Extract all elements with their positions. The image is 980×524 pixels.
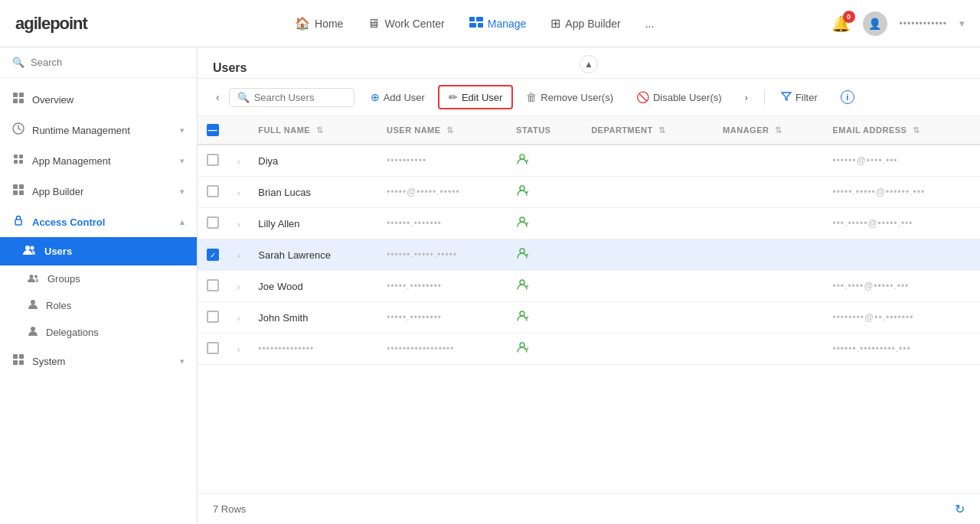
search-input[interactable] bbox=[31, 57, 185, 68]
notification-badge: 0 bbox=[843, 11, 855, 23]
top-navigation: agilepoint 🏠 Home 🖥 Work Center Manage ⊞ bbox=[0, 0, 980, 47]
row-expand-arrow[interactable]: › bbox=[237, 314, 240, 323]
system-icon bbox=[12, 353, 24, 369]
filter-button[interactable]: Filter bbox=[771, 86, 828, 109]
delegations-icon bbox=[28, 326, 38, 339]
username-sort-icon: ⇅ bbox=[446, 125, 454, 135]
nav-home[interactable]: 🏠 Home bbox=[284, 10, 354, 37]
header-checkbox[interactable]: — bbox=[207, 124, 219, 136]
disable-user-button[interactable]: 🚫 Disable User(s) bbox=[626, 86, 732, 109]
row-expand-arrow[interactable]: › bbox=[237, 346, 240, 354]
header-username[interactable]: User Name ⇅ bbox=[377, 116, 507, 145]
sidebar-item-access-control[interactable]: Access Control ▴ bbox=[0, 207, 197, 237]
table-row: ›Brian Lucas•••••@•••••.••••••••••.•••••… bbox=[198, 177, 980, 208]
roles-icon bbox=[28, 299, 38, 312]
row-checkbox[interactable]: ✓ bbox=[207, 249, 219, 261]
header-email[interactable]: Email Address ⇅ bbox=[823, 116, 980, 145]
row-department bbox=[582, 145, 714, 177]
groups-label: Groups bbox=[47, 273, 80, 285]
sidebar-item-groups[interactable]: Groups bbox=[0, 265, 197, 292]
row-checkbox[interactable] bbox=[207, 154, 219, 166]
notifications-button[interactable]: 🔔 0 bbox=[831, 15, 851, 33]
svg-rect-24 bbox=[13, 354, 18, 359]
appbuilder-expand-icon: ▾ bbox=[180, 187, 185, 197]
row-username: ••••••••••••••••• bbox=[377, 334, 507, 365]
sidebar-item-appmanagement[interactable]: App Management ▾ bbox=[0, 145, 197, 176]
back-button[interactable]: ‹ bbox=[210, 86, 226, 108]
row-expand-arrow[interactable]: › bbox=[237, 283, 240, 291]
remove-user-button[interactable]: 🗑 Remove User(s) bbox=[516, 86, 623, 109]
row-status bbox=[507, 145, 582, 177]
table-row: ›Joe Wood•••••.•••••••••••.••••@•••••.••… bbox=[198, 271, 980, 302]
svg-rect-6 bbox=[13, 99, 18, 103]
header-department[interactable]: Department ⇅ bbox=[582, 116, 714, 145]
sidebar-item-overview[interactable]: Overview bbox=[0, 84, 197, 115]
user-icon: 👤 bbox=[868, 18, 881, 30]
add-user-icon: ⊕ bbox=[371, 91, 380, 103]
sidebar-item-users[interactable]: Users bbox=[0, 237, 197, 265]
sidebar-item-roles[interactable]: Roles bbox=[0, 292, 197, 319]
svg-point-30 bbox=[520, 217, 524, 222]
edit-user-button[interactable]: ✏ Edit User bbox=[438, 85, 513, 109]
row-checkbox[interactable] bbox=[207, 216, 219, 229]
svg-rect-27 bbox=[19, 360, 24, 365]
row-expand-arrow[interactable]: › bbox=[237, 220, 240, 229]
status-active-icon bbox=[516, 217, 528, 230]
refresh-button[interactable]: ↻ bbox=[955, 502, 965, 516]
appbuilder-sidebar-label: App Builder bbox=[32, 186, 172, 197]
more-actions-button[interactable]: › bbox=[735, 86, 758, 109]
header-manager[interactable]: Manager ⇅ bbox=[714, 116, 823, 145]
appmanagement-label: App Management bbox=[32, 155, 172, 167]
sidebar-item-runtime[interactable]: Runtime Management ▾ bbox=[0, 115, 197, 145]
row-checkbox[interactable] bbox=[207, 342, 219, 354]
access-control-expand-icon: ▴ bbox=[180, 217, 185, 227]
nav-appbuilder[interactable]: ⊞ App Builder bbox=[540, 10, 631, 37]
info-button[interactable]: i bbox=[831, 85, 864, 109]
appmanagement-expand-icon: ▾ bbox=[180, 156, 185, 166]
add-user-button[interactable]: ⊕ Add User bbox=[361, 86, 435, 109]
fullname-col-label: Full Name bbox=[258, 125, 310, 135]
row-manager bbox=[714, 208, 823, 239]
row-checkbox[interactable] bbox=[207, 311, 219, 323]
svg-point-20 bbox=[30, 275, 34, 278]
nav-more[interactable]: ... bbox=[635, 11, 665, 36]
row-checkbox[interactable] bbox=[207, 279, 219, 291]
app-logo[interactable]: agilepoint bbox=[15, 14, 87, 34]
sidebar-item-appbuilder[interactable]: App Builder ▾ bbox=[0, 176, 197, 207]
row-manager bbox=[714, 177, 823, 208]
workcenter-icon: 🖥 bbox=[368, 17, 380, 31]
svg-rect-13 bbox=[13, 184, 18, 189]
disable-user-icon: 🚫 bbox=[636, 91, 649, 103]
row-status bbox=[507, 334, 582, 365]
svg-rect-14 bbox=[19, 184, 24, 189]
avatar[interactable]: 👤 bbox=[863, 11, 887, 36]
row-manager bbox=[714, 302, 823, 334]
row-expand-arrow[interactable]: › bbox=[237, 189, 240, 197]
home-icon: 🏠 bbox=[295, 16, 310, 31]
nav-workcenter[interactable]: 🖥 Work Center bbox=[357, 11, 455, 37]
row-expand-arrow[interactable]: › bbox=[237, 158, 240, 166]
header-fullname[interactable]: Full Name ⇅ bbox=[249, 116, 377, 145]
row-checkbox[interactable] bbox=[207, 185, 219, 197]
svg-rect-11 bbox=[14, 160, 18, 164]
row-department bbox=[582, 177, 714, 208]
sidebar-item-delegations[interactable]: Delegations bbox=[0, 319, 197, 346]
row-expand-arrow[interactable]: › bbox=[237, 252, 240, 260]
status-active-icon bbox=[516, 249, 528, 262]
users-table: — Full Name ⇅ User Name ⇅ bbox=[198, 116, 980, 365]
row-email: ••••••.•••••••••.••• bbox=[823, 334, 980, 365]
row-manager bbox=[714, 239, 823, 271]
svg-rect-25 bbox=[19, 354, 24, 359]
search-users-input[interactable] bbox=[254, 92, 346, 103]
search-toolbar-icon: 🔍 bbox=[237, 92, 250, 103]
row-department bbox=[582, 334, 714, 365]
user-dropdown-arrow[interactable]: ▾ bbox=[959, 18, 965, 29]
row-fullname: •••••••••••••• bbox=[249, 334, 377, 365]
overview-label: Overview bbox=[32, 94, 185, 106]
nav-manage[interactable]: Manage bbox=[459, 11, 537, 37]
sidebar-item-system[interactable]: System ▾ bbox=[0, 346, 197, 376]
svg-rect-16 bbox=[19, 190, 24, 195]
row-fullname: Lilly Allen bbox=[249, 208, 377, 239]
header-status[interactable]: Status bbox=[507, 116, 582, 145]
sidebar-collapse-button[interactable]: ▲ bbox=[580, 55, 598, 73]
